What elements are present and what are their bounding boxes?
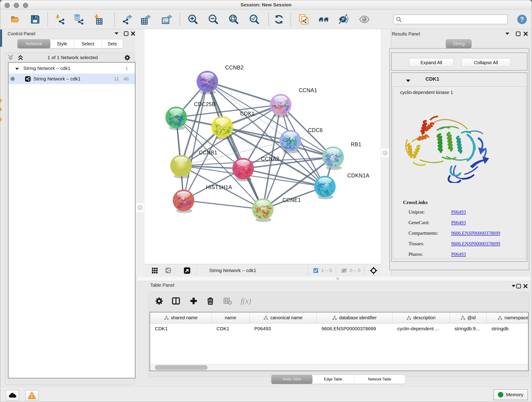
horizontal-splitter[interactable]: [137, 277, 530, 281]
export-image-icon: [162, 14, 172, 25]
results-panel-float-button[interactable]: [515, 31, 521, 36]
search-input[interactable]: [402, 15, 507, 23]
selected-checkbox-icon[interactable]: [313, 268, 318, 273]
control-panel-float-button[interactable]: [123, 31, 129, 36]
zoom-in-button[interactable]: [186, 13, 199, 26]
tab-select[interactable]: Select: [74, 39, 102, 48]
first-neighbors-button[interactable]: [317, 13, 330, 26]
network-row[interactable]: String Network – cdk1 11 48: [8, 74, 135, 84]
expand-all-button[interactable]: Expand All: [409, 58, 454, 67]
network-view[interactable]: CCNB2CCNA1CDC25BCDK1CDC6RB1CCNB1CCNA2CDK…: [145, 29, 380, 277]
collapse-all-button[interactable]: Collapse All: [462, 58, 510, 67]
tab-network-table[interactable]: Network Table: [354, 375, 405, 384]
import-network-from-database-button[interactable]: [72, 13, 85, 26]
crosslink-link[interactable]: P06493: [451, 209, 466, 215]
splitter-handle[interactable]: [336, 277, 339, 280]
table-panel-float-button[interactable]: [516, 283, 521, 288]
tree-icon: [461, 315, 465, 320]
tab-string[interactable]: String: [446, 39, 472, 48]
import-network-from-file-button[interactable]: [53, 13, 66, 26]
crosshair-button[interactable]: [370, 267, 377, 274]
splitter-handle[interactable]: [138, 205, 143, 210]
import-table-button[interactable]: [91, 13, 104, 26]
crosslink-label: Compartments:: [409, 230, 438, 236]
network-graph[interactable]: CCNB2CCNA1CDC25BCDK1CDC6RB1CCNB1CCNA2CDK…: [145, 29, 380, 264]
cell-id[interactable]: stringdb:9...: [450, 326, 487, 332]
delete-column-button[interactable]: [205, 296, 215, 306]
eye-slash-icon: [339, 14, 349, 25]
cell-canonicalname[interactable]: P06493: [249, 326, 317, 332]
node-table: shared namenamecanonical namedatabase id…: [150, 312, 529, 371]
gene-expander-icon[interactable]: [405, 79, 411, 83]
save-session-button[interactable]: [29, 13, 41, 26]
cloud-button[interactable]: [6, 390, 19, 401]
crosslink-link[interactable]: 9606.ENSP00000378699: [451, 230, 500, 236]
column-header-databaseidentifier[interactable]: database identifier: [317, 313, 393, 323]
split-table-button[interactable]: [171, 296, 181, 306]
copy-style-button[interactable]: [298, 13, 310, 26]
table-panel-menu-button[interactable]: [511, 284, 516, 288]
export-table-button[interactable]: [139, 13, 152, 26]
cell-sharedname[interactable]: CDK1: [150, 326, 212, 332]
apply-layout-button[interactable]: [272, 13, 285, 26]
tab-sets[interactable]: Sets: [102, 39, 123, 48]
tab-network[interactable]: Network: [17, 39, 51, 48]
network-share-button[interactable]: [165, 268, 171, 274]
hidden-eye-slash-icon[interactable]: [341, 267, 348, 274]
cell-name[interactable]: CDK1: [212, 326, 249, 332]
table-horizontal-scrollbar[interactable]: [150, 364, 528, 370]
cell-databaseidentifier[interactable]: 9606.ENSP00000378699: [317, 326, 393, 332]
column-header-name[interactable]: name: [212, 313, 249, 323]
protein-structure-image: [399, 107, 495, 183]
export-image-button[interactable]: [160, 13, 173, 26]
toolbar-separator: [180, 12, 180, 26]
hide-selected-button[interactable]: [337, 13, 350, 26]
column-header-description[interactable]: description: [393, 313, 450, 323]
results-panel-menu-button[interactable]: [505, 32, 510, 36]
table-row[interactable]: CDK1CDK1P064939606.ENSP00000378699cyclin…: [150, 323, 528, 334]
crosslink-link[interactable]: P06493: [451, 220, 466, 225]
zoom-out-button[interactable]: [207, 13, 220, 26]
crosslink-link[interactable]: P06493: [451, 251, 466, 257]
gene-details: cyclin-dependent kinase 1 CrossLinks Uni…: [393, 86, 526, 259]
delete-table-button[interactable]: [223, 296, 233, 306]
node-label-ccna1: CCNA1: [299, 87, 317, 93]
show-all-button[interactable]: [358, 13, 371, 26]
network-options-gear-button[interactable]: [120, 53, 134, 62]
left-splitter[interactable]: [135, 29, 145, 277]
control-panel-close-button[interactable]: [130, 31, 136, 36]
column-header-id[interactable]: @id: [450, 313, 487, 323]
tree-icon: [264, 315, 268, 320]
collapse-all-networks-button[interactable]: [5, 53, 16, 62]
table-panel-close-button[interactable]: [523, 283, 528, 288]
control-panel-menu-button[interactable]: [114, 32, 119, 35]
function-builder-button[interactable]: f(x): [241, 296, 251, 306]
warnings-button[interactable]: [25, 390, 38, 401]
zoom-selected-button[interactable]: [248, 13, 260, 26]
help-button[interactable]: ?: [517, 14, 527, 25]
network-collection-row[interactable]: String Network – cdk1 1: [8, 63, 135, 74]
add-column-button[interactable]: [189, 296, 199, 306]
birdseye-grid-button[interactable]: [151, 267, 158, 274]
column-header-namespace[interactable]: namespace: [487, 313, 529, 323]
cell-namespace[interactable]: stringdb: [487, 326, 529, 332]
tab-node-table[interactable]: Node Table: [271, 375, 312, 384]
zoom-fit-button[interactable]: [227, 13, 240, 26]
memory-button[interactable]: Memory: [493, 389, 528, 400]
detach-view-button[interactable]: [184, 267, 190, 274]
cell-description[interactable]: cyclin-dependent ...: [393, 326, 450, 332]
open-file-button[interactable]: [9, 13, 22, 26]
column-header-canonicalname[interactable]: canonical name: [249, 313, 317, 323]
splitter-handle[interactable]: [383, 150, 388, 155]
expand-all-networks-button[interactable]: [16, 53, 25, 62]
tab-style[interactable]: Style: [50, 39, 74, 48]
export-network-button[interactable]: [121, 13, 134, 26]
crosslink-link[interactable]: 9606.ENSP00000378699: [451, 241, 500, 247]
node-label-ccne1: CCNE1: [283, 197, 301, 203]
tab-edge-table[interactable]: Edge Table: [312, 375, 354, 384]
column-header-sharedname[interactable]: shared name: [150, 313, 212, 323]
table-settings-gear-button[interactable]: [154, 296, 164, 306]
scrollbar-thumb[interactable]: [155, 365, 208, 370]
results-panel-close-button[interactable]: [523, 31, 528, 36]
collection-expander-icon[interactable]: [15, 68, 19, 70]
